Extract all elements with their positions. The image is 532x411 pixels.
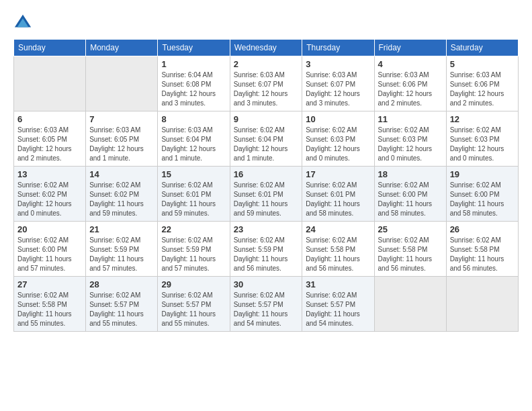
calendar-cell (86, 56, 158, 111)
calendar-week-3: 13Sunrise: 6:02 AM Sunset: 6:02 PM Dayli… (14, 167, 519, 222)
day-number: 4 (378, 59, 443, 69)
day-number: 2 (234, 59, 299, 69)
logo (13, 13, 35, 32)
calendar-week-2: 6Sunrise: 6:03 AM Sunset: 6:05 PM Daylig… (14, 111, 519, 167)
calendar-cell: 17Sunrise: 6:02 AM Sunset: 6:01 PM Dayli… (302, 167, 374, 222)
calendar-cell: 6Sunrise: 6:03 AM Sunset: 6:05 PM Daylig… (14, 111, 86, 167)
logo-icon (13, 13, 32, 32)
day-header-sunday: Sunday (14, 40, 86, 56)
calendar-cell: 16Sunrise: 6:02 AM Sunset: 6:01 PM Dayli… (230, 167, 302, 222)
day-number: 27 (17, 279, 82, 289)
day-number: 1 (161, 59, 226, 69)
calendar-week-1: 1Sunrise: 6:04 AM Sunset: 6:08 PM Daylig… (14, 56, 519, 111)
calendar-cell (374, 277, 446, 332)
day-number: 29 (161, 279, 226, 289)
calendar-cell (446, 277, 518, 332)
day-info: Sunrise: 6:02 AM Sunset: 6:03 PM Dayligh… (306, 126, 370, 163)
day-header-friday: Friday (374, 40, 446, 56)
day-header-wednesday: Wednesday (230, 40, 302, 56)
calendar-cell: 12Sunrise: 6:02 AM Sunset: 6:03 PM Dayli… (446, 111, 518, 167)
day-number: 9 (234, 114, 299, 124)
calendar-cell: 2Sunrise: 6:03 AM Sunset: 6:07 PM Daylig… (230, 56, 302, 111)
day-number: 19 (450, 169, 515, 179)
day-header-saturday: Saturday (446, 40, 518, 56)
day-info: Sunrise: 6:03 AM Sunset: 6:06 PM Dayligh… (450, 71, 515, 108)
calendar-header-row: SundayMondayTuesdayWednesdayThursdayFrid… (14, 40, 519, 56)
day-number: 26 (450, 224, 515, 234)
day-number: 3 (306, 59, 370, 69)
day-info: Sunrise: 6:02 AM Sunset: 6:00 PM Dayligh… (17, 236, 82, 273)
calendar-cell: 13Sunrise: 6:02 AM Sunset: 6:02 PM Dayli… (14, 167, 86, 222)
day-number: 6 (17, 114, 82, 124)
calendar-cell: 18Sunrise: 6:02 AM Sunset: 6:00 PM Dayli… (374, 167, 446, 222)
day-number: 5 (450, 59, 515, 69)
calendar-table: SundayMondayTuesdayWednesdayThursdayFrid… (13, 39, 519, 332)
calendar-cell: 24Sunrise: 6:02 AM Sunset: 5:58 PM Dayli… (302, 222, 374, 277)
day-number: 20 (17, 224, 82, 234)
day-info: Sunrise: 6:02 AM Sunset: 5:59 PM Dayligh… (234, 236, 299, 273)
calendar-week-4: 20Sunrise: 6:02 AM Sunset: 6:00 PM Dayli… (14, 222, 519, 277)
calendar-cell: 3Sunrise: 6:03 AM Sunset: 6:07 PM Daylig… (302, 56, 374, 111)
day-info: Sunrise: 6:02 AM Sunset: 5:57 PM Dayligh… (161, 291, 226, 328)
day-number: 11 (378, 114, 443, 124)
day-info: Sunrise: 6:03 AM Sunset: 6:05 PM Dayligh… (17, 126, 82, 163)
calendar-cell: 29Sunrise: 6:02 AM Sunset: 5:57 PM Dayli… (158, 277, 230, 332)
day-number: 16 (234, 169, 299, 179)
page-header (13, 13, 519, 32)
day-info: Sunrise: 6:02 AM Sunset: 5:58 PM Dayligh… (450, 236, 515, 273)
calendar-cell: 28Sunrise: 6:02 AM Sunset: 5:57 PM Dayli… (86, 277, 158, 332)
day-number: 14 (89, 169, 154, 179)
day-info: Sunrise: 6:02 AM Sunset: 6:01 PM Dayligh… (306, 181, 370, 218)
day-header-tuesday: Tuesday (158, 40, 230, 56)
day-info: Sunrise: 6:03 AM Sunset: 6:06 PM Dayligh… (378, 71, 443, 108)
day-number: 13 (17, 169, 82, 179)
day-info: Sunrise: 6:02 AM Sunset: 5:57 PM Dayligh… (306, 291, 370, 328)
day-number: 15 (161, 169, 226, 179)
day-info: Sunrise: 6:02 AM Sunset: 6:02 PM Dayligh… (17, 181, 82, 218)
day-info: Sunrise: 6:03 AM Sunset: 6:07 PM Dayligh… (306, 71, 370, 108)
day-number: 28 (89, 279, 154, 289)
calendar-cell: 22Sunrise: 6:02 AM Sunset: 5:59 PM Dayli… (158, 222, 230, 277)
calendar-cell: 21Sunrise: 6:02 AM Sunset: 5:59 PM Dayli… (86, 222, 158, 277)
day-info: Sunrise: 6:02 AM Sunset: 5:59 PM Dayligh… (161, 236, 226, 273)
calendar-cell: 5Sunrise: 6:03 AM Sunset: 6:06 PM Daylig… (446, 56, 518, 111)
calendar-cell: 19Sunrise: 6:02 AM Sunset: 6:00 PM Dayli… (446, 167, 518, 222)
day-info: Sunrise: 6:02 AM Sunset: 5:58 PM Dayligh… (17, 291, 82, 328)
day-info: Sunrise: 6:02 AM Sunset: 6:03 PM Dayligh… (378, 126, 443, 163)
calendar-cell: 1Sunrise: 6:04 AM Sunset: 6:08 PM Daylig… (158, 56, 230, 111)
day-info: Sunrise: 6:02 AM Sunset: 6:03 PM Dayligh… (450, 126, 515, 163)
day-info: Sunrise: 6:02 AM Sunset: 6:02 PM Dayligh… (89, 181, 154, 218)
day-header-thursday: Thursday (302, 40, 374, 56)
day-number: 31 (306, 279, 370, 289)
day-number: 10 (306, 114, 370, 124)
calendar-cell: 15Sunrise: 6:02 AM Sunset: 6:01 PM Dayli… (158, 167, 230, 222)
day-info: Sunrise: 6:03 AM Sunset: 6:05 PM Dayligh… (89, 126, 154, 163)
calendar-cell: 10Sunrise: 6:02 AM Sunset: 6:03 PM Dayli… (302, 111, 374, 167)
day-info: Sunrise: 6:04 AM Sunset: 6:08 PM Dayligh… (161, 71, 226, 108)
calendar-cell: 23Sunrise: 6:02 AM Sunset: 5:59 PM Dayli… (230, 222, 302, 277)
day-info: Sunrise: 6:03 AM Sunset: 6:04 PM Dayligh… (161, 126, 226, 163)
day-number: 24 (306, 224, 370, 234)
calendar-cell: 31Sunrise: 6:02 AM Sunset: 5:57 PM Dayli… (302, 277, 374, 332)
calendar-cell: 26Sunrise: 6:02 AM Sunset: 5:58 PM Dayli… (446, 222, 518, 277)
day-header-monday: Monday (86, 40, 158, 56)
day-info: Sunrise: 6:02 AM Sunset: 6:04 PM Dayligh… (234, 126, 299, 163)
calendar-cell: 30Sunrise: 6:02 AM Sunset: 5:57 PM Dayli… (230, 277, 302, 332)
day-info: Sunrise: 6:02 AM Sunset: 5:58 PM Dayligh… (378, 236, 443, 273)
day-info: Sunrise: 6:02 AM Sunset: 5:59 PM Dayligh… (89, 236, 154, 273)
calendar-cell: 9Sunrise: 6:02 AM Sunset: 6:04 PM Daylig… (230, 111, 302, 167)
day-number: 22 (161, 224, 226, 234)
day-info: Sunrise: 6:02 AM Sunset: 6:01 PM Dayligh… (234, 181, 299, 218)
day-number: 30 (234, 279, 299, 289)
day-info: Sunrise: 6:02 AM Sunset: 5:57 PM Dayligh… (89, 291, 154, 328)
calendar-cell: 25Sunrise: 6:02 AM Sunset: 5:58 PM Dayli… (374, 222, 446, 277)
day-number: 21 (89, 224, 154, 234)
day-number: 23 (234, 224, 299, 234)
day-info: Sunrise: 6:02 AM Sunset: 6:01 PM Dayligh… (161, 181, 226, 218)
calendar-week-5: 27Sunrise: 6:02 AM Sunset: 5:58 PM Dayli… (14, 277, 519, 332)
calendar-cell: 7Sunrise: 6:03 AM Sunset: 6:05 PM Daylig… (86, 111, 158, 167)
day-info: Sunrise: 6:02 AM Sunset: 6:00 PM Dayligh… (450, 181, 515, 218)
day-number: 25 (378, 224, 443, 234)
day-info: Sunrise: 6:02 AM Sunset: 5:57 PM Dayligh… (234, 291, 299, 328)
day-info: Sunrise: 6:02 AM Sunset: 6:00 PM Dayligh… (378, 181, 443, 218)
